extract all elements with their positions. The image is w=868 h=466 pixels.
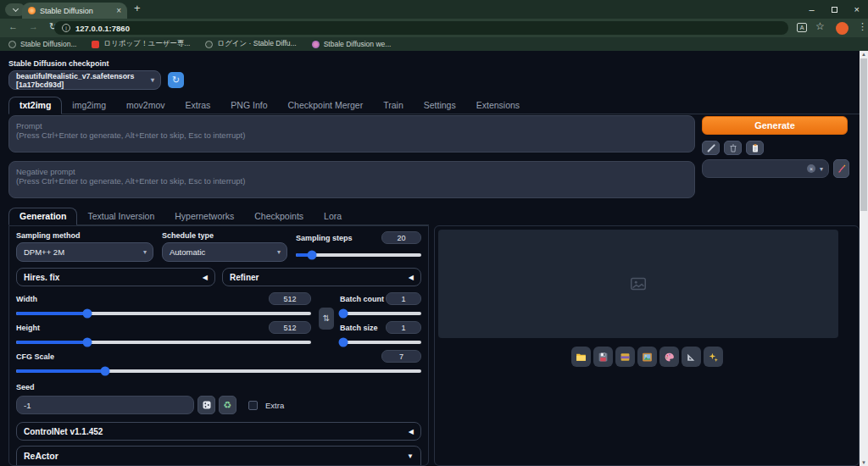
tab-extensions[interactable]: Extensions: [466, 97, 530, 114]
extra-seed-checkbox[interactable]: [248, 401, 258, 410]
refiner-accordion[interactable]: Refiner ◀: [222, 268, 421, 286]
edit-styles-button[interactable]: [833, 159, 849, 178]
slider-thumb[interactable]: [338, 309, 348, 319]
negative-prompt-input[interactable]: [8, 161, 695, 198]
slider-thumb[interactable]: [338, 338, 348, 347]
controlnet-accordion[interactable]: ControlNet v1.1.452 ◀: [16, 422, 421, 441]
sampling-steps-input[interactable]: [381, 231, 421, 244]
tab-checkpoint-merger[interactable]: Checkpoint Merger: [278, 97, 374, 114]
cfg-scale-input[interactable]: [381, 350, 421, 363]
slider-thumb[interactable]: [82, 338, 92, 347]
swap-dimensions-button[interactable]: ⇅: [319, 308, 334, 330]
bookmarks-bar: Stable Diffusion... ロリポップ！ユーザー専... ログイン …: [0, 37, 868, 51]
random-seed-button[interactable]: [198, 396, 215, 414]
back-button[interactable]: ←: [8, 21, 18, 31]
cfg-scale-slider[interactable]: [16, 369, 421, 373]
seed-input[interactable]: [16, 396, 194, 414]
menu-kebab-icon[interactable]: ⋮: [858, 21, 867, 32]
tab-png-info[interactable]: PNG Info: [220, 97, 277, 114]
gradio-favicon-icon: [28, 7, 36, 14]
restore-button[interactable]: [832, 7, 837, 13]
sampling-steps-slider[interactable]: [296, 253, 421, 257]
save-zip-button[interactable]: [615, 347, 635, 367]
tab-checkpoints[interactable]: Checkpoints: [244, 208, 314, 225]
checkpoint-dropdown[interactable]: beautifulRealistic_v7.safetensors [1a17b…: [8, 70, 161, 90]
slider-thumb[interactable]: [82, 309, 92, 319]
tab-img2img[interactable]: img2img: [62, 97, 116, 114]
tab-extras[interactable]: Extras: [175, 97, 221, 114]
clear-styles-icon[interactable]: ×: [807, 164, 815, 173]
schedule-type-dropdown[interactable]: Automatic ▾: [162, 242, 287, 262]
schedule-type-label: Schedule type: [162, 231, 287, 240]
open-folder-button[interactable]: [571, 347, 591, 367]
send-to-extras-button[interactable]: [682, 347, 701, 367]
scroll-up-icon[interactable]: ▲: [860, 52, 868, 57]
triangle-ruler-icon: [686, 352, 697, 363]
bookmark-item[interactable]: ログイン · Stable Diffu...: [205, 39, 296, 49]
forward-button[interactable]: →: [29, 21, 38, 31]
sparkle-action-button[interactable]: [704, 347, 723, 367]
tab-settings[interactable]: Settings: [414, 97, 466, 114]
tab-txt2img[interactable]: txt2img: [8, 97, 62, 114]
generate-button[interactable]: Generate: [702, 116, 848, 135]
height-label: Height: [16, 324, 40, 332]
bookmark-item[interactable]: Stable Diffusion...: [8, 40, 76, 48]
diagonal-arrow-icon: [707, 144, 715, 153]
slider-thumb[interactable]: [101, 367, 110, 376]
sampling-method-dropdown[interactable]: DPM++ 2M ▾: [16, 242, 153, 262]
tab-train[interactable]: Train: [373, 97, 414, 114]
bookmark-star-icon[interactable]: ☆: [815, 20, 825, 32]
close-button[interactable]: ×: [854, 4, 860, 14]
seed-label: Seed: [16, 383, 35, 391]
reactor-accordion[interactable]: ReActor ▼ The Fast and Simple FaceSwap E…: [16, 446, 421, 466]
height-slider[interactable]: [16, 341, 311, 344]
reuse-seed-button[interactable]: ♻: [219, 396, 236, 414]
site-info-icon[interactable]: i: [62, 24, 70, 32]
new-tab-button[interactable]: +: [134, 2, 141, 14]
caret-down-icon: ▾: [277, 248, 281, 256]
globe-icon: [205, 41, 213, 48]
batch-count-slider[interactable]: [340, 312, 421, 315]
hires-fix-accordion[interactable]: Hires. fix ◀: [16, 268, 215, 286]
tab-hypernetworks[interactable]: Hypernetworks: [164, 208, 244, 225]
tab-mov2mov[interactable]: mov2mov: [116, 97, 175, 114]
scrollbar-thumb[interactable]: [860, 58, 867, 211]
page-scrollbar[interactable]: ▲ ▼: [860, 51, 868, 466]
send-to-inpaint-button[interactable]: [659, 347, 679, 367]
tab-textual-inversion[interactable]: Textual Inversion: [77, 208, 164, 225]
output-toolbar: [438, 347, 855, 367]
read-params-button[interactable]: [702, 141, 720, 155]
prompt-input[interactable]: [8, 115, 695, 153]
generation-tab-bar: Generation Textual Inversion Hypernetwor…: [8, 207, 429, 225]
width-slider[interactable]: [16, 312, 311, 315]
batch-count-label: Batch count: [340, 295, 384, 303]
translate-icon[interactable]: A: [797, 23, 807, 32]
schedule-type-value: Automatic: [170, 247, 205, 257]
batch-size-input[interactable]: [386, 321, 421, 334]
refresh-checkpoint-button[interactable]: ↻: [168, 72, 184, 88]
batch-size-slider[interactable]: [340, 341, 421, 344]
minimize-button[interactable]: –: [809, 4, 814, 14]
checkpoint-label: Stable Diffusion checkpoint: [8, 59, 109, 68]
bookmark-item[interactable]: Stbale Diffusion we...: [312, 40, 392, 48]
bookmark-item[interactable]: ロリポップ！ユーザー専...: [92, 39, 190, 49]
profile-avatar[interactable]: [836, 22, 849, 35]
scroll-down-icon[interactable]: ▼: [860, 460, 868, 465]
batch-count-input[interactable]: [386, 292, 421, 305]
height-input[interactable]: [269, 321, 311, 334]
browser-tab[interactable]: Stable Diffusion ×: [22, 3, 127, 19]
address-bar[interactable]: i 127.0.0.1:7860: [54, 21, 788, 35]
hires-fix-label: Hires. fix: [24, 273, 59, 282]
width-input[interactable]: [269, 292, 311, 305]
tab-close-icon[interactable]: ×: [116, 7, 121, 15]
styles-dropdown[interactable]: × ▾: [702, 159, 829, 178]
slider-thumb[interactable]: [308, 251, 317, 260]
tab-generation[interactable]: Generation: [8, 208, 77, 225]
paintbrush-icon: [837, 164, 847, 174]
image-preview-area[interactable]: [438, 230, 838, 338]
send-to-img2img-button[interactable]: [637, 347, 657, 367]
apply-styles-button[interactable]: [746, 141, 764, 155]
tab-lora[interactable]: Lora: [314, 208, 352, 225]
save-image-button[interactable]: [593, 347, 613, 367]
clear-prompt-button[interactable]: [724, 141, 742, 155]
